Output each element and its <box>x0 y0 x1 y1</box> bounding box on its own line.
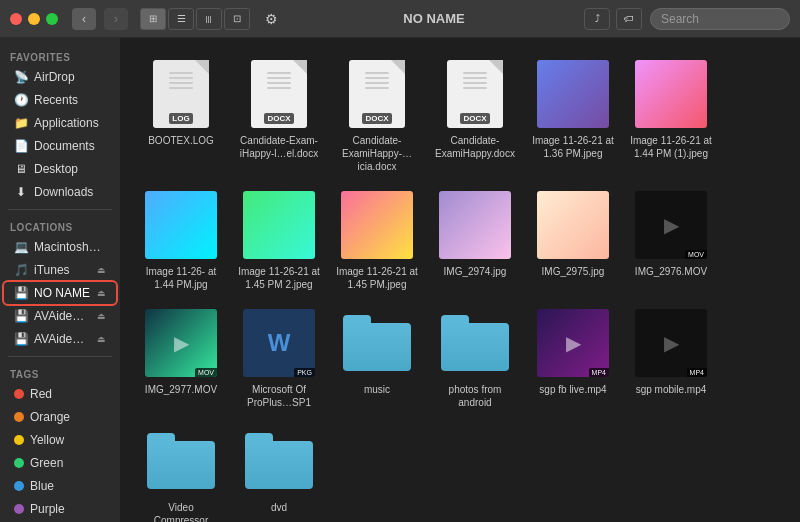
share-button[interactable]: ⤴ <box>584 8 610 30</box>
file-image4[interactable]: Image 11-26-21 at 1.45 PM 2.jpeg <box>234 185 324 295</box>
green-dot <box>14 458 24 468</box>
file-img2975[interactable]: IMG_2975.jpg <box>528 185 618 295</box>
sidebar-tag-blue[interactable]: Blue <box>4 475 116 497</box>
image5-filename: Image 11-26-21 at 1.45 PM.jpeg <box>336 265 418 291</box>
back-button[interactable]: ‹ <box>72 8 96 30</box>
file-candidate3[interactable]: DOCX Candidate-ExamiHappy.docx <box>430 54 520 177</box>
img2977-thumb: ▶ MOV <box>145 309 217 377</box>
file-image2[interactable]: Image 11-26-21 at 1.44 PM (1).jpeg <box>626 54 716 177</box>
avaide2-icon: 💾 <box>14 332 28 346</box>
bootex-type-label: LOG <box>169 113 192 124</box>
photos-folder-icon <box>441 315 509 371</box>
sidebar-tag-yellow[interactable]: Yellow <box>4 429 116 451</box>
sgpfb-type-label: MP4 <box>589 368 609 377</box>
window-title: NO NAME <box>292 11 576 26</box>
sidebar-tag-red[interactable]: Red <box>4 383 116 405</box>
dvd-filename: dvd <box>271 501 287 514</box>
img2974-filename: IMG_2974.jpg <box>444 265 507 278</box>
img2976-thumb: ▶ MOV <box>635 191 707 259</box>
yellow-dot <box>14 435 24 445</box>
sidebar-item-avaide2[interactable]: 💾 AVAide… ⏏ <box>4 328 116 350</box>
sidebar-item-applications[interactable]: 📁 Applications <box>4 112 116 134</box>
sidebar-item-itunes[interactable]: 🎵 iTunes ⏏ <box>4 259 116 281</box>
image3-thumb <box>145 191 217 259</box>
sidebar-noname-label: NO NAME <box>34 286 90 300</box>
file-image3[interactable]: Image 11-26- at 1.44 PM.jpg <box>136 185 226 295</box>
icon-view-button[interactable]: ⊞ <box>140 8 166 30</box>
file-img2977[interactable]: ▶ MOV IMG_2977.MOV <box>136 303 226 413</box>
view-options: ⊞ ☰ ⫼ ⊡ <box>140 8 250 30</box>
downloads-icon: ⬇ <box>14 185 28 199</box>
gear-button[interactable]: ⚙ <box>258 8 284 30</box>
image3-filename: Image 11-26- at 1.44 PM.jpg <box>140 265 222 291</box>
file-photos[interactable]: photos from android <box>430 303 520 413</box>
sidebar-item-macintosh[interactable]: 💻 Macintosh… <box>4 236 116 258</box>
sgpfb-thumb: ▶ MP4 <box>537 309 609 377</box>
sidebar-tag-orange[interactable]: Orange <box>4 406 116 428</box>
cand2-type-label: DOCX <box>362 113 391 124</box>
minimize-button[interactable] <box>28 13 40 25</box>
microsoft-filename: Microsoft Of ProPlus…SP1 <box>238 383 320 409</box>
gallery-view-button[interactable]: ⊡ <box>224 8 250 30</box>
traffic-lights <box>10 13 58 25</box>
sidebar-desktop-label: Desktop <box>34 162 78 176</box>
file-img2974[interactable]: IMG_2974.jpg <box>430 185 520 295</box>
orange-dot <box>14 412 24 422</box>
tag-green-label: Green <box>30 456 63 470</box>
favorites-label: Favorites <box>0 46 120 65</box>
file-candidate1[interactable]: DOCX Candidate-Exam-iHappy-l…el.docx <box>234 54 324 177</box>
file-candidate2[interactable]: DOCX Candidate-ExamiHappy-…icia.docx <box>332 54 422 177</box>
applications-icon: 📁 <box>14 116 28 130</box>
img2976-filename: IMG_2976.MOV <box>635 265 707 278</box>
sidebar-tag-green[interactable]: Green <box>4 452 116 474</box>
sidebar-item-documents[interactable]: 📄 Documents <box>4 135 116 157</box>
sidebar-tag-purple[interactable]: Purple <box>4 498 116 520</box>
forward-button[interactable]: › <box>104 8 128 30</box>
file-music[interactable]: music <box>332 303 422 413</box>
sidebar-item-downloads[interactable]: ⬇ Downloads <box>4 181 116 203</box>
column-view-button[interactable]: ⫼ <box>196 8 222 30</box>
image1-thumb <box>537 60 609 128</box>
maximize-button[interactable] <box>46 13 58 25</box>
sidebar-itunes-label: iTunes <box>34 263 70 277</box>
locations-label: Locations <box>0 216 120 235</box>
file-dvd[interactable]: dvd <box>234 421 324 522</box>
image2-thumb <box>635 60 707 128</box>
img2975-thumb <box>537 191 609 259</box>
file-microsoft[interactable]: W PKG Microsoft Of ProPlus…SP1 <box>234 303 324 413</box>
sidebar-applications-label: Applications <box>34 116 99 130</box>
file-bootex[interactable]: LOG BOOTEX.LOG <box>136 54 226 177</box>
sidebar-item-avaide1[interactable]: 💾 AVAide… ⏏ <box>4 305 116 327</box>
file-videocomp[interactable]: Video Compressor <box>136 421 226 522</box>
dvd-folder-icon <box>245 433 313 489</box>
file-sgpmobile[interactable]: ▶ MP4 sgp mobile.mp4 <box>626 303 716 413</box>
list-view-button[interactable]: ☰ <box>168 8 194 30</box>
titlebar: ‹ › ⊞ ☰ ⫼ ⊡ ⚙ NO NAME ⤴ 🏷 <box>0 0 800 38</box>
cand1-type-label: DOCX <box>264 113 293 124</box>
sidebar-airdrop-label: AirDrop <box>34 70 75 84</box>
macintosh-icon: 💻 <box>14 240 28 254</box>
tag-button[interactable]: 🏷 <box>616 8 642 30</box>
sgpmobile-filename: sgp mobile.mp4 <box>636 383 707 396</box>
sidebar-item-recents[interactable]: 🕐 Recents <box>4 89 116 111</box>
close-button[interactable] <box>10 13 22 25</box>
sidebar-item-desktop[interactable]: 🖥 Desktop <box>4 158 116 180</box>
sgpmobile-type-label: MP4 <box>687 368 707 377</box>
image4-filename: Image 11-26-21 at 1.45 PM 2.jpeg <box>238 265 320 291</box>
file-image1[interactable]: Image 11-26-21 at 1.36 PM.jpeg <box>528 54 618 177</box>
sidebar-item-noname[interactable]: 💾 NO NAME ⏏ <box>4 282 116 304</box>
sidebar-avaide1-label: AVAide… <box>34 309 84 323</box>
search-input[interactable] <box>650 8 790 30</box>
videocomp-folder-icon <box>147 433 215 489</box>
microsoft-type-label: PKG <box>294 368 315 377</box>
candidate3-filename: Candidate-ExamiHappy.docx <box>434 134 516 160</box>
sidebar-divider-2 <box>8 356 112 357</box>
file-img2976[interactable]: ▶ MOV IMG_2976.MOV <box>626 185 716 295</box>
sidebar-item-airdrop[interactable]: 📡 AirDrop <box>4 66 116 88</box>
image2-filename: Image 11-26-21 at 1.44 PM (1).jpeg <box>630 134 712 160</box>
sidebar-divider-1 <box>8 209 112 210</box>
file-sgpfb[interactable]: ▶ MP4 sgp fb live.mp4 <box>528 303 618 413</box>
file-image5[interactable]: Image 11-26-21 at 1.45 PM.jpeg <box>332 185 422 295</box>
tag-purple-label: Purple <box>30 502 65 516</box>
sgpfb-filename: sgp fb live.mp4 <box>539 383 606 396</box>
